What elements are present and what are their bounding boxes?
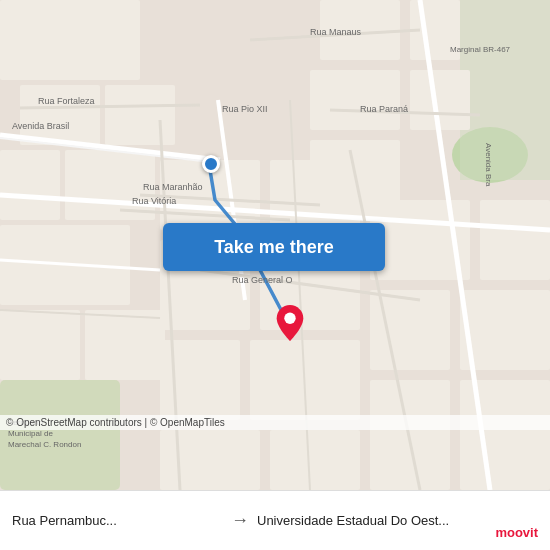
map-container: Rua Manaus Marginal BR-467 Rua Fortaleza…	[0, 0, 550, 490]
moovit-logo: moovit	[495, 525, 538, 540]
svg-rect-5	[20, 85, 100, 145]
svg-rect-28	[460, 380, 550, 490]
svg-text:Rua Maranhão: Rua Maranhão	[143, 182, 203, 192]
moovit-text: moovit	[495, 525, 538, 540]
svg-rect-15	[410, 70, 470, 130]
arrow-icon: →	[231, 510, 249, 531]
svg-text:Rua Paraná: Rua Paraná	[360, 104, 408, 114]
copyright-bar: © OpenStreetMap contributors | © OpenMap…	[0, 415, 550, 430]
svg-text:Rua Vitória: Rua Vitória	[132, 196, 176, 206]
svg-text:Rua Pio XII: Rua Pio XII	[222, 104, 268, 114]
svg-rect-24	[480, 200, 550, 280]
copyright-text: © OpenStreetMap contributors | © OpenMap…	[6, 417, 225, 428]
take-me-there-button[interactable]: Take me there	[163, 223, 385, 271]
bottom-bar: Rua Pernambuc... → Universidade Estadual…	[0, 490, 550, 550]
svg-rect-3	[460, 0, 550, 180]
svg-rect-4	[0, 0, 140, 80]
svg-rect-29	[160, 430, 260, 490]
svg-text:Municipal de: Municipal de	[8, 429, 53, 438]
origin-marker	[202, 155, 220, 173]
svg-rect-11	[85, 310, 165, 380]
svg-rect-7	[0, 150, 60, 220]
svg-rect-8	[65, 150, 155, 220]
svg-text:Marginal BR-467: Marginal BR-467	[450, 45, 511, 54]
svg-text:Marechal C. Rondon: Marechal C. Rondon	[8, 440, 81, 449]
svg-point-60	[284, 313, 295, 324]
svg-text:Rua Fortaleza: Rua Fortaleza	[38, 96, 95, 106]
svg-rect-14	[310, 70, 400, 130]
svg-text:Avenida Bra: Avenida Bra	[484, 143, 493, 187]
svg-rect-6	[105, 85, 175, 145]
route-from: Rua Pernambuc...	[12, 513, 223, 528]
svg-text:Avenida Brasil: Avenida Brasil	[12, 121, 69, 131]
svg-text:Rua Manaus: Rua Manaus	[310, 27, 362, 37]
destination-marker	[276, 305, 304, 343]
svg-text:Rua General O: Rua General O	[232, 275, 293, 285]
svg-rect-30	[270, 430, 360, 490]
svg-rect-10	[0, 310, 80, 380]
